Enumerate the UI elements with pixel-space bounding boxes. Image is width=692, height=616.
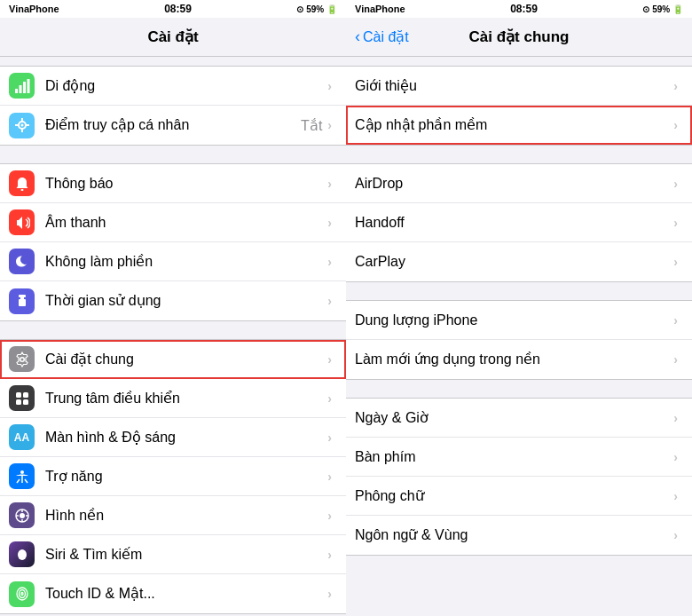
chevron-right-icon: › <box>327 294 332 308</box>
ban-phim-item[interactable]: Bàn phím › <box>346 438 692 477</box>
hinh-nen-icon <box>9 502 35 528</box>
list-item[interactable]: Di động › <box>0 67 346 106</box>
lam-moi-item[interactable]: Làm mới ứng dụng trong nền › <box>346 340 692 379</box>
right-nav-title: Cài đặt chung <box>469 28 570 46</box>
list-item[interactable]: Thời gian sử dụng › <box>0 281 346 320</box>
phong-chu-item[interactable]: Phông chữ › <box>346 477 692 516</box>
svg-rect-13 <box>20 297 24 300</box>
ngay-gio-label: Ngày & Giờ <box>355 409 673 426</box>
chevron-right-icon: › <box>327 391 332 406</box>
hinh-nen-label: Hình nền <box>45 507 327 524</box>
back-button[interactable]: ‹ Cài đặt <box>355 28 409 46</box>
trung-tam-icon <box>9 385 35 411</box>
left-time: 08:59 <box>164 3 192 15</box>
tro-nang-label: Trợ năng <box>45 468 327 485</box>
ngay-gio-item[interactable]: Ngày & Giờ › <box>346 399 692 438</box>
cap-nhat-phan-mem-item[interactable]: Cập nhật phần mềm › <box>346 106 692 145</box>
left-nav-title: Cài đặt <box>147 28 198 46</box>
left-section-1: Di động › Điểm truy cập cá nhân Tắt › <box>0 66 346 146</box>
chevron-right-icon: › <box>327 118 332 132</box>
di-dong-icon <box>9 73 35 99</box>
cai-dat-chung-item[interactable]: Cài đặt chung › <box>0 340 346 379</box>
chevron-right-icon: › <box>673 118 678 132</box>
right-section-4: Ngày & Giờ › Bàn phím › Phông chữ › Ngôn… <box>346 398 692 556</box>
list-item[interactable]: AA Màn hình & Độ sáng › <box>0 418 346 457</box>
carplay-label: CarPlay <box>355 253 673 270</box>
svg-rect-0 <box>15 89 18 93</box>
man-hinh-label: Màn hình & Độ sáng <box>45 429 327 446</box>
gioi-thieu-item[interactable]: Giới thiệu › <box>346 67 692 106</box>
chevron-right-icon: › <box>673 177 678 191</box>
carplay-item[interactable]: CarPlay › <box>346 242 692 281</box>
right-section-1: Giới thiệu › Cập nhật phần mềm › <box>346 66 692 146</box>
svg-rect-16 <box>16 399 21 405</box>
left-section-3: Cài đặt chung › Trung tâm điều khiển › A… <box>0 339 346 614</box>
chevron-right-icon: › <box>327 352 332 367</box>
cap-nhat-label: Cập nhật phần mềm <box>355 116 673 133</box>
right-group-3: Dung lượng iPhone › Làm mới ứng dụng tro… <box>346 300 692 380</box>
svg-rect-1 <box>19 85 21 93</box>
ban-phim-label: Bàn phím <box>355 448 673 465</box>
right-carrier: VinaPhone <box>355 4 405 14</box>
svg-rect-10 <box>20 189 23 191</box>
airdrop-item[interactable]: AirDrop › <box>346 164 692 203</box>
gioi-thieu-label: Giới thiệu <box>355 77 673 94</box>
trung-tam-label: Trung tâm điều khiển <box>45 390 327 407</box>
svg-point-20 <box>20 513 25 518</box>
chevron-right-icon: › <box>673 489 678 503</box>
left-scroll: Di động › Điểm truy cập cá nhân Tắt › <box>0 57 346 616</box>
siri-label: Siri & Tìm kiếm <box>45 546 327 563</box>
chevron-right-icon: › <box>673 313 678 328</box>
thong-bao-label: Thông báo <box>45 175 327 192</box>
list-item[interactable]: Siri & Tìm kiếm › <box>0 535 346 574</box>
left-group-3: Cài đặt chung › Trung tâm điều khiển › A… <box>0 339 346 614</box>
airdrop-label: AirDrop <box>355 175 673 192</box>
touchid-label: Touch ID & Mật... <box>45 585 327 602</box>
diem-truy-cap-label: Điểm truy cập cá nhân <box>45 116 301 133</box>
am-thanh-icon <box>9 209 35 235</box>
right-section-3: Dung lượng iPhone › Làm mới ứng dụng tro… <box>346 300 692 380</box>
chevron-right-icon: › <box>673 528 678 542</box>
chevron-right-icon: › <box>327 430 332 445</box>
right-group-1: Giới thiệu › Cập nhật phần mềm › <box>346 66 692 146</box>
chevron-right-icon: › <box>327 79 332 93</box>
man-hinh-icon: AA <box>9 424 35 450</box>
chevron-right-icon: › <box>327 587 332 601</box>
handoff-item[interactable]: Handoff › <box>346 203 692 242</box>
list-item[interactable]: Trợ năng › <box>0 457 346 496</box>
cai-dat-chung-icon <box>9 346 35 372</box>
left-panel: VinaPhone 08:59 ⊙ 59% 🔋 Cài đặt Di động … <box>0 0 346 616</box>
am-thanh-label: Âm thanh <box>45 214 327 231</box>
ngon-ngu-vung-item[interactable]: Ngôn ngữ & Vùng › <box>346 516 692 555</box>
left-right-icons: ⊙ 59% 🔋 <box>296 4 337 14</box>
siri-icon <box>9 541 35 567</box>
list-item[interactable]: Hình nền › <box>0 496 346 535</box>
svg-rect-17 <box>23 399 28 405</box>
list-item[interactable]: Trung tâm điều khiển › <box>0 379 346 418</box>
list-item[interactable]: Điểm truy cập cá nhân Tắt › <box>0 106 346 145</box>
list-item[interactable]: Âm thanh › <box>0 203 346 242</box>
chevron-right-icon: › <box>327 548 332 562</box>
lam-moi-label: Làm mới ứng dụng trong nền <box>355 351 673 367</box>
right-scroll: Giới thiệu › Cập nhật phần mềm › AirDrop… <box>346 57 692 616</box>
tro-nang-icon <box>9 463 35 489</box>
svg-rect-12 <box>19 299 26 306</box>
right-nav-bar: ‹ Cài đặt Cài đặt chung <box>346 18 692 57</box>
list-item[interactable]: Không làm phiền › <box>0 242 346 281</box>
chevron-right-icon: › <box>673 79 678 93</box>
left-group-1: Di động › Điểm truy cập cá nhân Tắt › <box>0 66 346 146</box>
chevron-right-icon: › <box>327 509 332 523</box>
list-item[interactable]: Touch ID & Mật... › <box>0 574 346 613</box>
svg-rect-11 <box>19 295 26 297</box>
left-section-2: Thông báo › Âm thanh › Không làm phiền › <box>0 163 346 321</box>
list-item[interactable]: Thông báo › <box>0 164 346 203</box>
thoi-gian-label: Thời gian sử dụng <box>45 292 327 309</box>
left-status-bar: VinaPhone 08:59 ⊙ 59% 🔋 <box>0 0 346 18</box>
chevron-right-icon: › <box>327 255 332 269</box>
cai-dat-chung-label: Cài đặt chung <box>45 351 327 367</box>
chevron-right-icon: › <box>327 177 332 191</box>
touchid-icon <box>9 581 35 607</box>
di-dong-label: Di động <box>45 77 327 94</box>
dung-luong-item[interactable]: Dung lượng iPhone › <box>346 301 692 340</box>
chevron-right-icon: › <box>673 352 678 367</box>
